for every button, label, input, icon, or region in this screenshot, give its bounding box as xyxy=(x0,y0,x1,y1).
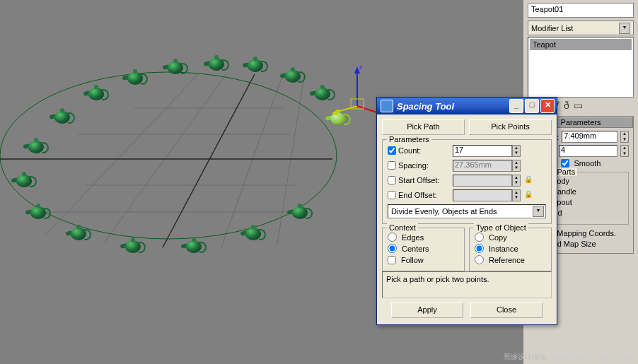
spacing-tool-dialog: Spacing Tool _ □ ✕ Pick Path Pick Points… xyxy=(376,97,557,325)
object-name-field[interactable]: Teapot01 xyxy=(528,3,634,18)
spacing-checkbox[interactable] xyxy=(388,161,396,170)
start-offset-checkbox[interactable] xyxy=(388,176,396,184)
dialog-icon xyxy=(381,100,393,112)
instance-label: Instance xyxy=(489,245,518,253)
centers-radio[interactable] xyxy=(388,244,397,253)
teapot-object[interactable] xyxy=(311,85,334,102)
config-icon[interactable]: ▭ xyxy=(574,100,586,111)
lock-icon[interactable]: 🔒 xyxy=(523,175,533,185)
end-offset-input[interactable] xyxy=(453,189,512,201)
svg-text:y: y xyxy=(332,102,333,109)
svg-text:z: z xyxy=(359,64,363,71)
smooth-checkbox[interactable] xyxy=(561,159,569,168)
teapot-object[interactable] xyxy=(244,57,267,74)
spinner-arrows[interactable]: ▲▼ xyxy=(512,145,521,157)
spacing-input[interactable]: 27.365mm xyxy=(453,160,512,172)
teapot-object[interactable] xyxy=(282,67,304,84)
spinner-arrows[interactable]: ▲▼ xyxy=(512,189,521,201)
radius-input[interactable]: 7.409mm xyxy=(562,131,617,143)
reference-radio[interactable] xyxy=(475,255,484,264)
svg-line-8 xyxy=(221,74,283,247)
count-checkbox[interactable] xyxy=(388,146,396,155)
chevron-down-icon: ▾ xyxy=(533,206,544,217)
copy-radio[interactable] xyxy=(475,233,484,242)
reference-label: Reference xyxy=(489,256,525,264)
spinner-arrows[interactable]: ▲▼ xyxy=(620,145,629,157)
teapot-object[interactable] xyxy=(124,69,146,86)
teapot-object[interactable] xyxy=(51,108,74,125)
start-offset-input[interactable] xyxy=(453,175,512,187)
context-legend: Context xyxy=(387,223,418,232)
modifier-stack[interactable]: Teapot xyxy=(528,37,634,98)
teapot-object[interactable] xyxy=(85,85,108,102)
count-input[interactable]: 17 xyxy=(453,145,512,157)
spinner-arrows[interactable]: ▲▼ xyxy=(512,160,521,172)
maximize-button[interactable]: □ xyxy=(525,99,539,113)
teapot-object[interactable] xyxy=(25,138,47,155)
modifier-list-label: Modifier List xyxy=(531,24,573,33)
svg-line-6 xyxy=(105,74,226,242)
start-offset-label: Start Offset: xyxy=(398,176,440,184)
segments-input[interactable]: 4 xyxy=(559,145,617,157)
apply-button[interactable]: Apply xyxy=(391,303,463,318)
edges-label: Edges xyxy=(402,233,424,242)
divide-mode-dropdown[interactable]: Divide Evenly, Objects at Ends ▾ xyxy=(388,204,546,218)
lock-icon[interactable]: 🔒 xyxy=(523,190,533,200)
edges-radio[interactable] xyxy=(388,233,397,242)
spinner-arrows[interactable]: ▲▼ xyxy=(512,175,521,187)
close-button[interactable]: ✕ xyxy=(540,99,555,113)
teapot-object[interactable] xyxy=(164,59,187,76)
follow-label: Follow xyxy=(401,256,424,264)
type-legend: Type of Object xyxy=(474,223,528,232)
copy-label: Copy xyxy=(489,233,507,242)
dialog-titlebar[interactable]: Spacing Tool _ □ ✕ xyxy=(377,98,557,115)
svg-line-5 xyxy=(46,74,198,235)
teapot-object[interactable] xyxy=(242,225,265,242)
teapot-object[interactable] xyxy=(289,204,311,221)
divide-mode-value: Divide Evenly, Objects at Ends xyxy=(391,207,497,216)
teapot-object[interactable] xyxy=(182,237,205,254)
end-offset-label: End Offset: xyxy=(398,191,437,199)
end-offset-checkbox[interactable] xyxy=(388,191,396,199)
teapot-object[interactable] xyxy=(27,204,50,221)
smooth-label: Smooth xyxy=(574,159,601,168)
watermark-text: WWW.MISSYUAN.COM xyxy=(551,354,634,362)
count-label: Count: xyxy=(398,146,421,155)
teapot-object[interactable] xyxy=(205,55,228,72)
pick-points-button[interactable]: Pick Points xyxy=(469,119,552,135)
stack-item-teapot[interactable]: Teapot xyxy=(530,39,632,50)
modifier-list-dropdown[interactable]: Modifier List ▾ xyxy=(528,20,634,35)
svg-line-11 xyxy=(163,74,255,247)
teapot-object[interactable] xyxy=(13,172,35,189)
teapot-object[interactable] xyxy=(122,237,144,254)
spinner-arrows[interactable]: ▲▼ xyxy=(620,131,629,143)
follow-checkbox[interactable] xyxy=(388,256,396,264)
spacing-label: Spacing: xyxy=(398,161,429,170)
close-button[interactable]: Close xyxy=(470,303,543,318)
instance-radio[interactable] xyxy=(475,244,484,253)
status-text: Pick a path or pick two points. xyxy=(382,271,552,298)
centers-label: Centers xyxy=(402,245,429,253)
parameters-legend: Parameters xyxy=(387,135,431,143)
remove-icon[interactable]: ð xyxy=(564,100,572,111)
watermark-text: 思缘设计论坛 xyxy=(504,352,546,362)
teapot-object[interactable] xyxy=(67,225,90,242)
chevron-down-icon: ▾ xyxy=(619,23,630,34)
minimize-button[interactable]: _ xyxy=(509,99,523,113)
dialog-title: Spacing Tool xyxy=(397,101,509,112)
pick-path-button[interactable]: Pick Path xyxy=(382,119,465,135)
